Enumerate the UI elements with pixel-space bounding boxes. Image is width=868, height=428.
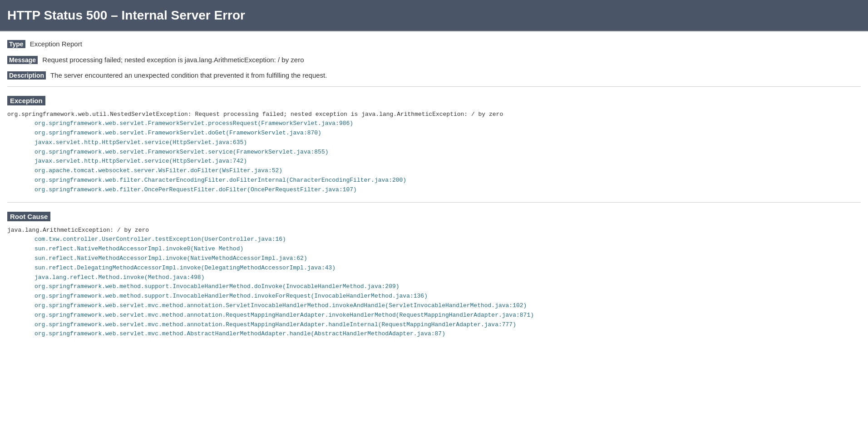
stack-line: org.springframework.web.servlet.mvc.meth…: [35, 311, 861, 320]
type-value: Exception Report: [30, 40, 82, 48]
stack-line: sun.reflect.NativeMethodAccessorImpl.inv…: [35, 244, 861, 254]
description-label: Description: [7, 71, 46, 80]
stack-line: org.apache.tomcat.websocket.server.WsFil…: [35, 166, 861, 176]
stack-line: org.springframework.web.servlet.Framewor…: [35, 119, 861, 129]
stack-line: sun.reflect.DelegatingMethodAccessorImpl…: [35, 264, 861, 273]
divider-root-cause: [7, 202, 861, 203]
stack-line: org.springframework.web.filter.OncePerRe…: [35, 185, 861, 195]
stack-line: org.springframework.web.servlet.Framewor…: [35, 129, 861, 138]
root-cause-section: Root Cause java.lang.ArithmeticException…: [7, 208, 861, 339]
exception-stack-trace: org.springframework.web.util.NestedServl…: [7, 110, 861, 195]
stack-line: org.springframework.web.servlet.mvc.meth…: [35, 329, 861, 339]
exception-section: Exception org.springframework.web.util.N…: [7, 92, 861, 195]
type-row: Type Exception Report: [7, 39, 861, 50]
page-title: HTTP Status 500 – Internal Server Error: [7, 8, 861, 23]
description-row: Description The server encountered an un…: [7, 70, 861, 81]
stack-line: org.springframework.web.method.support.I…: [35, 282, 861, 292]
exception-first-line: org.springframework.web.util.NestedServl…: [7, 110, 861, 119]
root-cause-first-line: java.lang.ArithmeticException: / by zero: [7, 226, 861, 235]
description-value: The server encountered an unexpected con…: [50, 71, 327, 79]
message-value: Request processing failed; nested except…: [42, 56, 304, 64]
message-row: Message Request processing failed; neste…: [7, 55, 861, 65]
type-label: Type: [7, 40, 25, 48]
exception-header: Exception: [7, 96, 45, 105]
stack-line: org.springframework.web.filter.Character…: [35, 176, 861, 185]
stack-line: org.springframework.web.servlet.mvc.meth…: [35, 301, 861, 311]
divider-exception: [7, 86, 861, 87]
stack-line: org.springframework.web.servlet.mvc.meth…: [35, 320, 861, 330]
stack-line: org.springframework.web.method.support.I…: [35, 292, 861, 301]
exception-stack-lines: org.springframework.web.servlet.Framewor…: [7, 119, 861, 194]
stack-line: org.springframework.web.servlet.Framewor…: [35, 148, 861, 157]
stack-line: com.txw.controller.UserController.testEx…: [35, 235, 861, 244]
stack-line: javax.servlet.http.HttpServlet.service(H…: [35, 138, 861, 148]
root-cause-stack-trace: java.lang.ArithmeticException: / by zero…: [7, 226, 861, 339]
error-header: HTTP Status 500 – Internal Server Error: [0, 0, 868, 31]
root-cause-stack-lines: com.txw.controller.UserController.testEx…: [7, 235, 861, 339]
content-area: Type Exception Report Message Request pr…: [0, 31, 868, 353]
stack-line: sun.reflect.NativeMethodAccessorImpl.inv…: [35, 254, 861, 264]
stack-line: java.lang.reflect.Method.invoke(Method.j…: [35, 273, 861, 283]
stack-line: javax.servlet.http.HttpServlet.service(H…: [35, 157, 861, 166]
message-label: Message: [7, 56, 38, 64]
root-cause-header: Root Cause: [7, 212, 50, 221]
